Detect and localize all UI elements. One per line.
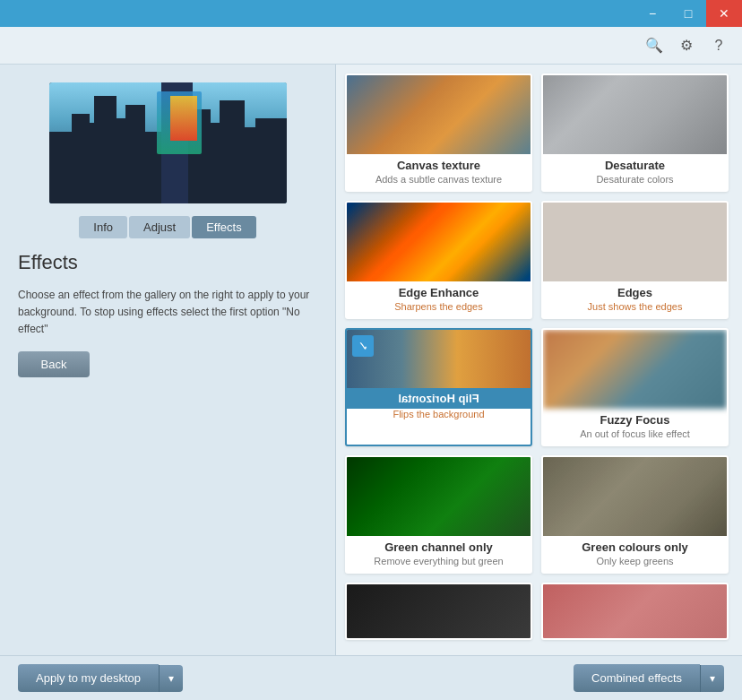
title-bar: − □ ✕	[0, 0, 742, 27]
effect-card-green-channel[interactable]: Green channel onlyRemove everything but …	[345, 455, 532, 574]
effect-name-fuzzy-focus: Fuzzy Focus	[543, 409, 727, 428]
effect-thumb-edges	[543, 203, 727, 281]
effect-name-green-channel: Green channel only	[347, 536, 531, 556]
settings-icon[interactable]: ⚙	[674, 33, 699, 58]
gallery-panel[interactable]: Canvas textureAdds a subtle canvas textu…	[336, 65, 742, 655]
apply-dropdown-button[interactable]: ▾	[159, 665, 183, 692]
apply-button-group: Apply to my desktop ▾	[18, 664, 183, 692]
tab-effects[interactable]: Effects	[192, 216, 256, 238]
effect-desc-canvas-texture: Adds a subtle canvas texture	[347, 174, 531, 190]
selected-bar: Flip Horizontal	[347, 388, 531, 409]
tab-bar: Info Adjust Effects	[79, 216, 255, 238]
effect-thumb-desaturate	[543, 75, 727, 154]
selected-checkmark-icon: ✓	[352, 335, 374, 357]
close-button[interactable]: ✕	[706, 0, 742, 27]
effect-card-canvas-texture[interactable]: Canvas textureAdds a subtle canvas textu…	[345, 73, 532, 192]
effect-thumb-green-colours	[543, 457, 727, 536]
effect-thumb-partial1	[347, 584, 531, 638]
effect-thumb-green-channel	[347, 457, 531, 536]
effect-card-desaturate[interactable]: DesaturateDesaturate colors	[541, 73, 729, 192]
effect-desc-green-colours: Only keep greens	[543, 556, 727, 572]
search-icon[interactable]: 🔍	[642, 33, 667, 58]
section-title: Effects	[18, 251, 317, 274]
combined-dropdown-button[interactable]: ▾	[700, 665, 724, 692]
gallery-grid: Canvas textureAdds a subtle canvas textu…	[345, 73, 733, 640]
effect-desc-green-channel: Remove everything but green	[347, 556, 531, 572]
tab-info[interactable]: Info	[79, 216, 127, 238]
main-content: Info Adjust Effects Effects Choose an ef…	[0, 65, 742, 655]
left-panel: Info Adjust Effects Effects Choose an ef…	[0, 65, 336, 655]
maximize-button[interactable]: □	[670, 0, 706, 27]
combined-effects-button[interactable]: Combined effects	[574, 664, 700, 692]
effect-card-flip-horizontal[interactable]: ✓Flip HorizontalFlips the background	[345, 328, 532, 446]
help-icon[interactable]: ?	[706, 33, 731, 58]
tab-adjust[interactable]: Adjust	[129, 216, 190, 238]
back-button[interactable]: Back	[18, 351, 90, 377]
toolbar: 🔍 ⚙ ?	[0, 27, 742, 65]
effect-card-edges[interactable]: EdgesJust shows the edges	[541, 201, 729, 319]
minimize-button[interactable]: −	[634, 0, 670, 27]
effect-thumb-fuzzy-focus	[543, 330, 727, 409]
effect-desc-desaturate: Desaturate colors	[543, 174, 727, 190]
effect-desc-edges: Just shows the edges	[543, 301, 727, 317]
effect-name-edges: Edges	[543, 281, 727, 301]
combined-button-group: Combined effects ▾	[574, 664, 724, 692]
effect-name-edge-enhance: Edge Enhance	[347, 281, 531, 301]
effect-desc-fuzzy-focus: An out of focus like effect	[543, 428, 727, 445]
apply-button[interactable]: Apply to my desktop	[18, 664, 159, 692]
effect-card-partial1[interactable]	[345, 583, 532, 640]
effect-thumb-edge-enhance	[347, 203, 531, 281]
effect-card-edge-enhance[interactable]: Edge EnhanceSharpens the edges	[345, 201, 532, 319]
effect-name-green-colours: Green colours only	[543, 536, 727, 556]
effect-card-fuzzy-focus[interactable]: Fuzzy FocusAn out of focus like effect	[541, 328, 729, 446]
bottom-bar: Apply to my desktop ▾ Combined effects ▾	[0, 655, 742, 700]
effect-thumb-partial2	[543, 584, 727, 638]
preview-image	[49, 82, 287, 203]
effects-description: Choose an effect from the gallery on the…	[18, 287, 317, 339]
effect-card-green-colours[interactable]: Green colours onlyOnly keep greens	[541, 455, 729, 574]
effect-thumb-flip-horizontal: ✓Flip Horizontal	[347, 330, 531, 409]
effect-card-partial2[interactable]	[541, 583, 729, 640]
effect-thumb-canvas-texture	[347, 75, 531, 154]
effect-name-desaturate: Desaturate	[543, 154, 727, 174]
effect-name-canvas-texture: Canvas texture	[347, 154, 531, 174]
effect-desc-flip-horizontal: Flips the background	[347, 409, 531, 425]
effect-desc-edge-enhance: Sharpens the edges	[347, 301, 531, 317]
